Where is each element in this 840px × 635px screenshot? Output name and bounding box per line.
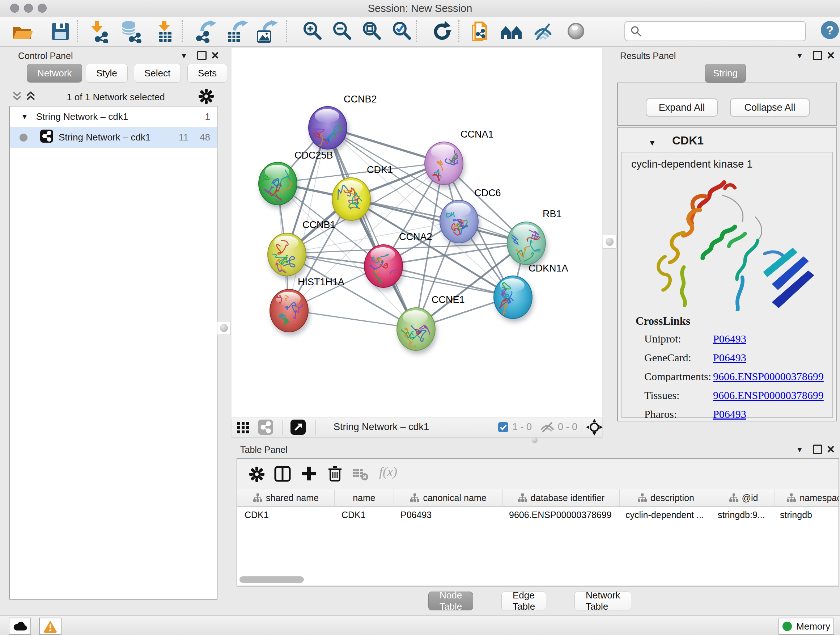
column-header--id[interactable]: @id — [712, 489, 775, 506]
network-node-ccne1[interactable] — [396, 307, 436, 351]
tab-network[interactable]: Network — [27, 64, 82, 82]
zoom-in-icon[interactable] — [302, 20, 323, 43]
glass-ball-effect-icon[interactable] — [566, 20, 587, 43]
function-builder-icon-disabled[interactable]: f(x) — [379, 464, 397, 479]
collapse-all-button[interactable]: Collapse All — [730, 98, 810, 117]
tab-sets[interactable]: Sets — [187, 64, 227, 82]
apply-layout-icon[interactable] — [431, 20, 452, 43]
results-panel-float-button[interactable] — [813, 51, 822, 60]
table-cell[interactable]: stringdb:9... — [711, 507, 773, 523]
column-header-description[interactable]: description — [620, 489, 712, 506]
network-row-selected[interactable]: String Network – cdk1 11 48 — [10, 127, 217, 148]
export-image-icon[interactable] — [256, 20, 277, 43]
protein-ribbon-thumbnail — [313, 112, 342, 146]
results-panel-menu-caret[interactable]: ▼ — [796, 51, 804, 60]
crosslink-compartments-link[interactable]: 9606.ENSP00000378699 — [713, 371, 824, 383]
column-header-name[interactable]: name — [335, 489, 394, 506]
table-cell[interactable]: cyclin-dependent ... — [618, 507, 711, 523]
zoom-fit-icon[interactable] — [361, 20, 382, 43]
export-table-icon[interactable] — [226, 20, 248, 43]
column-header-canonical-name[interactable]: canonical name — [394, 489, 503, 506]
network-node-ccnb1[interactable] — [267, 233, 306, 276]
control-panel-menu-caret[interactable]: ▼ — [180, 51, 188, 60]
table-cell[interactable]: 9606.ENSP00000378699 — [502, 507, 618, 523]
help-icon[interactable]: ? — [821, 21, 839, 39]
table-panel-float-button[interactable] — [813, 445, 822, 454]
table-gear-icon[interactable] — [249, 466, 265, 484]
birds-eye-grid-icon[interactable] — [237, 420, 251, 435]
import-network-database-icon[interactable] — [119, 20, 141, 43]
import-network-file-icon[interactable] — [88, 20, 109, 43]
search-input[interactable] — [645, 23, 802, 38]
network-share-icon[interactable] — [257, 419, 273, 437]
save-session-icon[interactable] — [49, 20, 71, 43]
expand-all-button[interactable]: Expand All — [646, 98, 718, 117]
memory-button[interactable]: Memory — [778, 618, 834, 635]
table-row[interactable]: CDK1CDK1P064939606.ENSP00000378699cyclin… — [237, 507, 838, 523]
hidden-eye-slash-icon[interactable] — [540, 422, 555, 434]
network-node-cdc6[interactable] — [439, 200, 478, 243]
column-header-database-identifier[interactable]: database identifier — [503, 489, 620, 506]
tab-edge-table[interactable]: Edge Table — [501, 592, 546, 610]
column-header-shared-name[interactable]: shared name — [237, 489, 335, 506]
show-columns-icon[interactable] — [274, 466, 291, 484]
control-panel-close-button[interactable]: × — [211, 51, 219, 60]
crosslink-pharos-link[interactable]: P06493 — [713, 408, 746, 420]
collection-expand-triangle-icon[interactable]: ▼ — [21, 112, 28, 121]
delete-column-icon[interactable] — [327, 465, 343, 484]
network-node-rb1[interactable] — [507, 222, 546, 265]
network-node-ccna1[interactable] — [424, 141, 463, 185]
import-table-icon[interactable] — [154, 20, 176, 43]
network-node-cdkn1a[interactable] — [493, 276, 532, 319]
string-labels-icon[interactable] — [532, 20, 554, 43]
crosslink-uniprot-link[interactable]: P06493 — [713, 333, 746, 345]
expand-all-tree-icon[interactable] — [25, 90, 37, 104]
table-cell[interactable]: P06493 — [393, 507, 502, 523]
tab-string[interactable]: String — [705, 64, 746, 82]
tab-select[interactable]: Select — [134, 64, 181, 82]
results-panel-close-button[interactable]: × — [827, 51, 835, 60]
table-cell[interactable]: CDK1 — [237, 507, 334, 523]
network-view-canvas[interactable]: CCNB2CCNA1CDC25BCDK1CDC6RB1CCNB1CCNA2CDK… — [232, 48, 602, 417]
network-node-cdc25b[interactable] — [258, 162, 297, 205]
crosslink-genecard-link[interactable]: P06493 — [713, 352, 746, 364]
string-document-icon[interactable] — [470, 20, 491, 43]
cloud-button[interactable] — [9, 618, 31, 635]
network-collection-row[interactable]: ▼ String Network – cdk1 1 — [10, 106, 217, 127]
open-session-icon[interactable] — [11, 20, 33, 43]
network-node-cdk1[interactable] — [332, 177, 371, 221]
export-network-icon[interactable] — [195, 20, 216, 43]
bottom-splitter-handle[interactable] — [531, 437, 538, 444]
add-column-icon[interactable] — [301, 466, 317, 483]
node-label-ccnb2: CCNB2 — [344, 94, 377, 105]
zoom-selected-icon[interactable] — [391, 20, 412, 43]
collapse-all-tree-icon[interactable] — [11, 90, 23, 104]
table-cell[interactable]: CDK1 — [334, 507, 393, 523]
selected-checkbox-icon[interactable] — [498, 422, 508, 434]
zoom-out-icon[interactable] — [331, 20, 353, 43]
search-field[interactable] — [624, 21, 806, 41]
right-splitter-handle[interactable] — [603, 235, 616, 249]
table-panel-close-button[interactable]: × — [827, 445, 835, 454]
network-options-gear-icon[interactable] — [198, 88, 214, 106]
tab-network-table[interactable]: Network Table — [575, 592, 631, 610]
search-icon — [630, 25, 642, 37]
string-homes-icon[interactable] — [500, 20, 521, 43]
tab-style[interactable]: Style — [86, 64, 128, 82]
table-panel-menu-caret[interactable]: ▼ — [796, 445, 804, 454]
network-node-ccnb2[interactable] — [308, 106, 347, 149]
tab-node-table[interactable]: Node Table — [428, 592, 473, 610]
network-node-hist1h1a[interactable] — [270, 289, 309, 333]
crosshair-icon[interactable] — [586, 419, 603, 437]
protein-collapse-triangle-icon[interactable]: ▼ — [648, 138, 656, 148]
warnings-button[interactable] — [39, 618, 62, 635]
crosslink-tissues-link[interactable]: 9606.ENSP00000378699 — [713, 389, 824, 402]
horizontal-scrollbar[interactable] — [240, 576, 304, 583]
delete-table-icon-disabled[interactable] — [352, 468, 369, 482]
left-splitter-handle[interactable] — [217, 321, 231, 335]
table-cell[interactable]: stringdb — [773, 507, 839, 523]
network-node-ccna2[interactable] — [364, 244, 403, 288]
column-header-namespace[interactable]: namespace — [775, 489, 839, 506]
control-panel-float-button[interactable] — [197, 51, 207, 60]
open-in-window-icon[interactable] — [290, 419, 306, 437]
